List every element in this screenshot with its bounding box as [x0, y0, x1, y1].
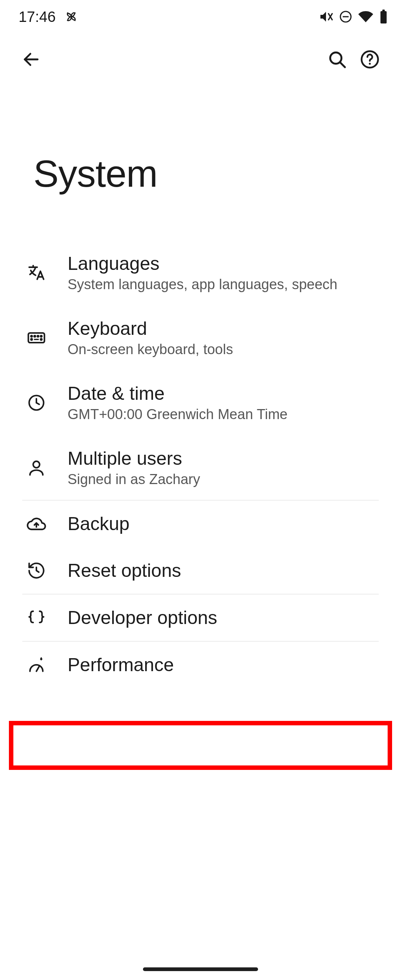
svg-point-15: [40, 339, 41, 340]
row-developer-options[interactable]: Developer options: [0, 594, 401, 641]
back-button[interactable]: [15, 43, 48, 76]
translate-icon: [26, 262, 47, 283]
search-button[interactable]: [321, 43, 353, 76]
row-date-time[interactable]: Date & time GMT+00:00 Greenwich Mean Tim…: [0, 370, 401, 435]
search-icon: [327, 49, 347, 70]
help-button[interactable]: [353, 43, 386, 76]
person-icon: [26, 457, 47, 478]
svg-point-12: [38, 335, 38, 336]
row-subtitle: System languages, app languages, speech: [68, 277, 379, 293]
clock-icon: [26, 392, 47, 413]
row-backup[interactable]: Backup: [0, 500, 401, 547]
status-right: [318, 9, 388, 24]
dnd-icon: [339, 10, 353, 24]
svg-point-11: [34, 335, 35, 336]
row-multiple-users[interactable]: Multiple users Signed in as Zachary: [0, 435, 401, 500]
svg-point-14: [31, 339, 32, 340]
svg-line-6: [340, 62, 345, 67]
row-title: Date & time: [68, 383, 379, 404]
row-title: Backup: [68, 513, 379, 535]
svg-point-18: [33, 461, 39, 467]
status-left: 17:46: [19, 8, 79, 25]
app-bar: [0, 33, 401, 85]
mute-icon: [318, 9, 333, 24]
performance-icon: [26, 654, 47, 675]
row-title: Performance: [68, 654, 379, 676]
wifi-icon: [358, 9, 374, 24]
row-title: Languages: [68, 253, 379, 274]
svg-rect-3: [382, 10, 385, 11]
row-subtitle: GMT+00:00 Greenwich Mean Time: [68, 406, 379, 422]
arrow-left-icon: [22, 50, 41, 69]
cloud-upload-icon: [26, 513, 47, 534]
page-title: System: [0, 85, 401, 240]
svg-point-8: [369, 63, 371, 65]
status-bar: 17:46: [0, 0, 401, 33]
row-subtitle: Signed in as Zachary: [68, 471, 379, 487]
row-title: Reset options: [68, 560, 379, 581]
svg-point-10: [31, 335, 32, 336]
battery-icon: [379, 9, 388, 24]
svg-rect-2: [380, 11, 387, 23]
help-icon: [360, 49, 380, 70]
keyboard-icon: [26, 328, 47, 348]
row-title: Keyboard: [68, 318, 379, 339]
braces-icon: [26, 607, 47, 628]
svg-rect-9: [28, 333, 44, 343]
nav-handle[interactable]: [143, 967, 258, 971]
pinwheel-icon: [64, 9, 79, 24]
row-title: Multiple users: [68, 448, 379, 469]
row-title: Developer options: [68, 607, 379, 628]
row-reset-options[interactable]: Reset options: [0, 547, 401, 594]
row-subtitle: On-screen keyboard, tools: [68, 342, 379, 358]
row-languages[interactable]: Languages System languages, app language…: [0, 240, 401, 305]
row-keyboard[interactable]: Keyboard On-screen keyboard, tools: [0, 305, 401, 370]
row-performance[interactable]: Performance: [0, 641, 401, 688]
svg-point-13: [40, 335, 41, 336]
status-time: 17:46: [19, 8, 56, 25]
settings-list: Languages System languages, app language…: [0, 240, 401, 688]
restore-icon: [26, 560, 47, 581]
highlight-box: [9, 721, 392, 770]
